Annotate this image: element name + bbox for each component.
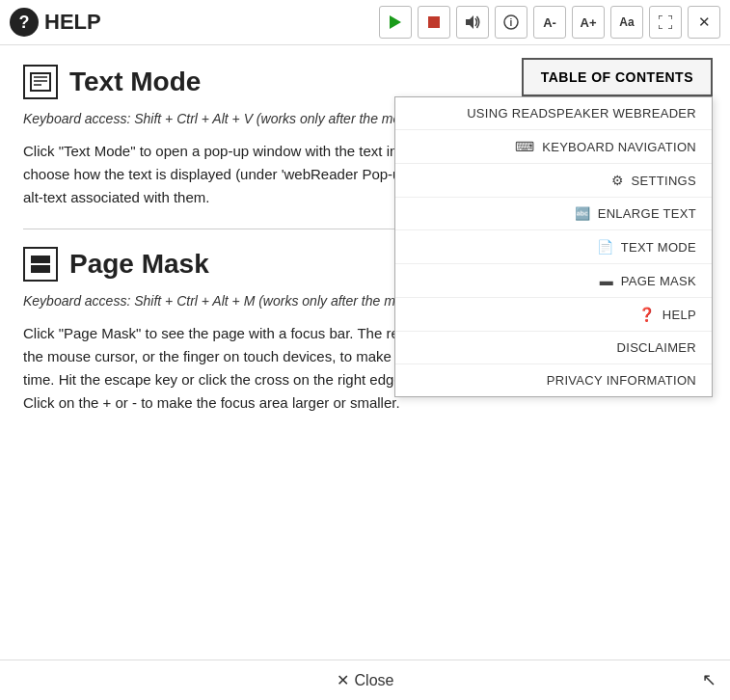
increase-text-button[interactable]: A+	[572, 6, 605, 39]
keyboard-icon: ⌨	[515, 139, 534, 154]
speaker-button[interactable]	[456, 6, 489, 39]
svg-rect-9	[31, 256, 50, 263]
page-mask-icon	[23, 247, 58, 282]
toc-item-privacy[interactable]: PRIVACY INFORMATION	[395, 364, 712, 396]
settings-icon: ⚙	[611, 173, 624, 188]
help-circle-icon: ?	[10, 8, 39, 37]
svg-rect-1	[428, 16, 440, 28]
toc-item-keyboard[interactable]: ⌨ KEYBOARD NAVIGATION	[395, 130, 712, 164]
toc-item-help[interactable]: ❓ HELP	[395, 298, 712, 332]
bottom-bar: ✕ Close ↗	[0, 660, 730, 700]
stop-button[interactable]	[418, 6, 450, 39]
info-button[interactable]: i	[495, 6, 527, 39]
close-button[interactable]: ✕ Close	[327, 667, 404, 693]
toc-item-enlarge[interactable]: 🔤 ENLARGE TEXT	[395, 198, 712, 230]
svg-text:i: i	[510, 17, 513, 28]
pagemask-icon: ▬	[600, 273, 613, 288]
play-button[interactable]	[379, 6, 412, 39]
svg-marker-0	[390, 15, 401, 29]
text-mode-icon	[23, 65, 58, 99]
enlarge-text-icon: 🔤	[575, 206, 590, 221]
page-mask-title: Page Mask	[69, 249, 209, 280]
toc-item-disclaimer[interactable]: DISCLAIMER	[395, 332, 712, 364]
decrease-text-button[interactable]: A-	[533, 6, 566, 39]
close-toolbar-button[interactable]: ✕	[688, 6, 720, 39]
svg-rect-10	[31, 265, 50, 273]
fullscreen-button[interactable]	[649, 6, 682, 39]
toc-dropdown: USING READSPEAKER WEBREADER ⌨ KEYBOARD N…	[394, 96, 713, 397]
close-x-icon: ✕	[337, 671, 349, 689]
textmode-icon: 📄	[597, 239, 613, 255]
toc-item-settings[interactable]: ⚙ SETTINGS	[395, 164, 712, 198]
font-options-button[interactable]: Aa	[610, 6, 643, 39]
help-icon: ❓	[638, 307, 655, 322]
close-label: Close	[355, 672, 394, 689]
text-mode-title: Text Mode	[69, 67, 201, 97]
toc-button[interactable]: TABLE OF CONTENTS	[522, 58, 713, 96]
toc-item-webreader[interactable]: USING READSPEAKER WEBREADER	[395, 97, 712, 130]
top-bar: ? HELP i A- A+ Aa ✕	[0, 0, 730, 45]
toc-item-pagemask[interactable]: ▬ PAGE MASK	[395, 264, 712, 298]
expand-icon[interactable]: ↗	[702, 669, 716, 690]
svg-rect-5	[31, 73, 50, 91]
toc-item-textmode[interactable]: 📄 TEXT MODE	[395, 230, 712, 264]
page-title: HELP	[44, 10, 101, 35]
svg-marker-2	[466, 15, 473, 29]
